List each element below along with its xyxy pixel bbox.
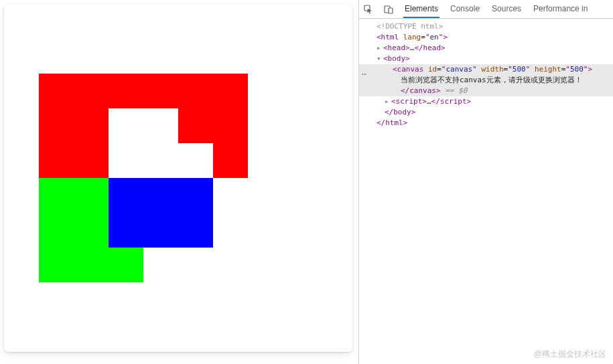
devtools-tab-elements[interactable]: Elements (403, 0, 439, 18)
page-preview (0, 0, 358, 364)
dom-line[interactable]: ▾<body> (359, 54, 613, 64)
watermark: @稀土掘金技术社区 (534, 349, 606, 360)
dom-line[interactable]: ▸<script>…</script> (359, 96, 613, 107)
dom-line[interactable]: <!DOCTYPE html> (359, 21, 613, 32)
canvas-shape (143, 143, 213, 178)
devtools-tab-sources[interactable]: Sources (490, 0, 523, 18)
devtools-toolbar: ElementsConsoleSourcesPerformance in (359, 0, 613, 19)
devtools-tab-performance[interactable]: Performance in (532, 0, 589, 18)
canvas-element (4, 4, 352, 352)
dom-line[interactable]: </body> (359, 107, 613, 118)
devtools-tabs: ElementsConsoleSourcesPerformance in (403, 0, 589, 18)
device-toggle-icon[interactable] (383, 4, 394, 15)
devtools-panel: ElementsConsoleSourcesPerformance in <!D… (359, 0, 613, 364)
dom-line[interactable]: <canvas id="canvas" width="500" height="… (359, 64, 613, 75)
devtools-tab-console[interactable]: Console (449, 0, 481, 18)
selected-line-actions-icon[interactable]: ⋯ (362, 70, 367, 79)
elements-dom-tree[interactable]: <!DOCTYPE html><html lang="en">▸<head>…<… (359, 19, 613, 364)
dom-line[interactable]: </canvas> == $0 (359, 86, 613, 96)
dom-line[interactable]: 当前浏览器不支持canvas元素，请升级或更换浏览器！ (359, 75, 613, 86)
dom-line[interactable]: </html> (359, 118, 613, 128)
svg-rect-2 (389, 8, 393, 13)
dom-line[interactable]: ▸<head>…</head> (359, 43, 613, 54)
inspect-icon[interactable] (363, 4, 374, 15)
dom-line[interactable]: <html lang="en"> (359, 32, 613, 43)
